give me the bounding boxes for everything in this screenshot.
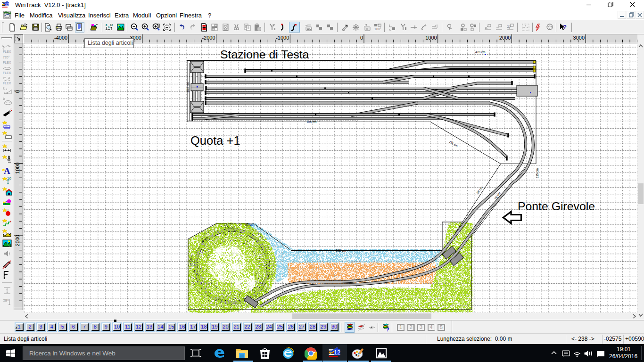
svg-text:?: ?	[386, 327, 389, 332]
svg-text:460 cm: 460 cm	[186, 82, 190, 92]
svg-text:1000: 1000	[425, 35, 437, 41]
svg-text:2000: 2000	[15, 235, 20, 246]
svg-text:FLEX: FLEX	[3, 71, 11, 74]
svg-text:1000: 1000	[15, 163, 20, 174]
svg-text:FLEX: FLEX	[3, 61, 11, 64]
svg-text:470 cm: 470 cm	[475, 50, 485, 54]
svg-text:?: ?	[563, 24, 567, 31]
svg-text:2000: 2000	[499, 35, 511, 41]
svg-text:90 cm: 90 cm	[245, 223, 254, 226]
svg-text:12: 12	[334, 349, 340, 356]
svg-text:180°: 180°	[374, 27, 381, 31]
svg-text:401m: 401m	[3, 298, 9, 301]
svg-text:-4000: -4000	[54, 35, 67, 41]
svg-text:12: 12	[5, 2, 9, 7]
svg-text:400m: 400m	[4, 126, 9, 128]
svg-text:3000: 3000	[573, 35, 585, 41]
svg-text:115 cm: 115 cm	[536, 168, 539, 178]
svg-text:0: 0	[360, 35, 363, 41]
svg-text:FLEX: FLEX	[3, 50, 11, 53]
svg-text:8: 8	[106, 24, 107, 26]
svg-text:720°: 720°	[3, 56, 10, 59]
svg-text:105 cm: 105 cm	[306, 120, 316, 123]
svg-text:A: A	[4, 166, 10, 175]
svg-text:203 cm: 203 cm	[336, 249, 346, 252]
svg-text:30 cm: 30 cm	[190, 258, 193, 266]
svg-text:FLEX: FLEX	[3, 82, 11, 85]
svg-text:Quota +1: Quota +1	[190, 134, 240, 147]
svg-text:Stazione di Testa: Stazione di Testa	[220, 48, 309, 61]
svg-text:0: 0	[15, 90, 20, 93]
svg-text:Ponte Girevole: Ponte Girevole	[518, 200, 595, 213]
svg-text:-2000: -2000	[202, 35, 215, 41]
svg-text:12: 12	[110, 24, 113, 26]
svg-text:-1000: -1000	[276, 35, 289, 41]
